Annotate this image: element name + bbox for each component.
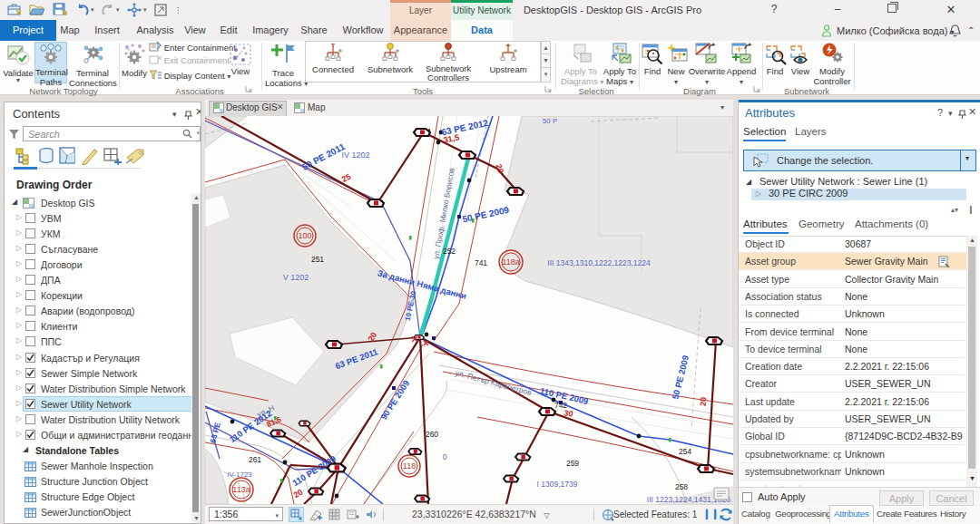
svg-text:50 Р: 50 Р xyxy=(543,117,557,125)
svg-text:113а: 113а xyxy=(232,485,250,494)
svg-text:100: 100 xyxy=(298,231,311,240)
svg-text:0: 0 xyxy=(443,452,447,461)
svg-text:III 1343,1310,1222,1223,1224: III 1343,1310,1222,1223,1224 xyxy=(547,258,651,267)
svg-text:V 1202: V 1202 xyxy=(283,273,309,282)
svg-text:742: 742 xyxy=(554,401,567,410)
svg-text:IV 1202: IV 1202 xyxy=(341,150,369,160)
svg-text:251: 251 xyxy=(311,255,324,264)
svg-text:741: 741 xyxy=(475,258,487,267)
svg-text:IV-1723: IV-1723 xyxy=(227,471,252,479)
svg-text:254: 254 xyxy=(679,447,691,456)
svg-text:260: 260 xyxy=(426,430,438,439)
svg-text:261: 261 xyxy=(249,455,261,464)
svg-text:118: 118 xyxy=(403,461,416,471)
svg-text:I 1309,1739: I 1309,1739 xyxy=(537,480,578,489)
svg-text:252: 252 xyxy=(443,247,456,256)
svg-text:259: 259 xyxy=(566,459,579,468)
svg-text:258: 258 xyxy=(675,482,688,491)
svg-text:118а: 118а xyxy=(502,257,519,267)
svg-text:20: 20 xyxy=(699,397,708,406)
